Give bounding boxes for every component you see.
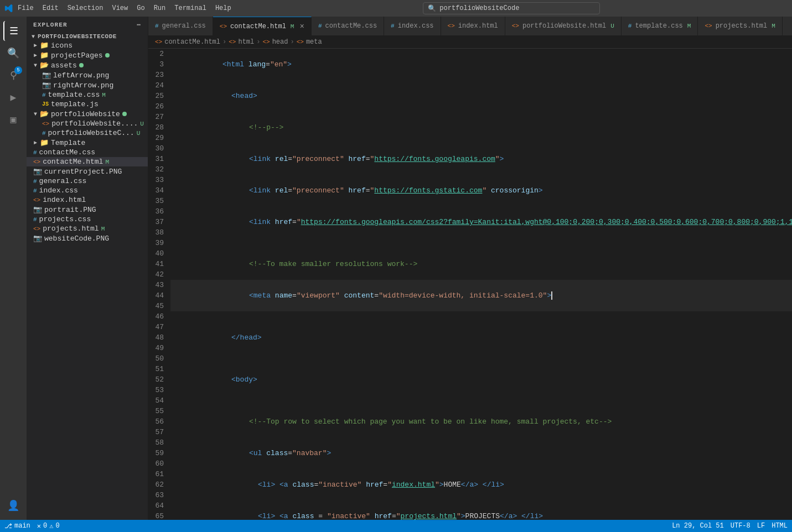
html-icon: <> — [42, 121, 49, 127]
code-line: <link rel="preconnect" href="https://fon… — [170, 143, 792, 175]
code-content[interactable]: <html lang="en"> <head> <!--p--> <link r… — [170, 49, 792, 520]
root-arrow: ▼ — [29, 34, 38, 40]
menu-edit[interactable]: Edit — [43, 4, 59, 12]
menu-file[interactable]: File — [18, 4, 34, 12]
folder-icon: 📁 — [40, 41, 49, 50]
file-pw-html[interactable]: <> portfolioWebsite.... U — [27, 119, 148, 128]
folder-template[interactable]: ► 📁 Template — [27, 138, 148, 148]
file-template-css[interactable]: # template.css M — [27, 90, 148, 100]
css-icon: # — [33, 187, 37, 194]
status-branch[interactable]: ⎇ main — [4, 522, 30, 530]
folder-label: icons — [51, 41, 73, 50]
encoding-label: UTF-8 — [731, 522, 750, 530]
file-rightarrow[interactable]: 📷 rightArrow.png — [27, 80, 148, 90]
activity-run[interactable]: ▶ — [3, 87, 23, 107]
vscode-logo — [4, 4, 13, 13]
file-pw-css[interactable]: # portfolioWebsiteC... U — [27, 128, 148, 138]
activity-source-control[interactable]: ⚲ 5 — [3, 65, 23, 85]
code-line-cursor: <meta name="viewport" content="width=dev… — [170, 280, 792, 311]
line-ending-label: LF — [757, 522, 765, 530]
file-leftarrow[interactable]: 📷 leftArrow.png — [27, 70, 148, 80]
new-file-icon[interactable]: ⋯ — [137, 21, 141, 28]
projectpages-badge — [105, 53, 110, 58]
folder-projectpages[interactable]: ► 📁 projectPages — [27, 50, 148, 60]
css-icon: # — [42, 130, 46, 137]
tab-template-css[interactable]: # template.css M — [622, 17, 698, 35]
source-control-badge: 5 — [14, 66, 22, 74]
file-portrait[interactable]: 📷 portrait.PNG — [27, 205, 148, 215]
folder-assets[interactable]: ▼ 📂 assets — [27, 60, 148, 70]
error-icon: ✕ — [37, 522, 41, 530]
file-projects-html[interactable]: <> projects.html M — [27, 224, 148, 233]
titlebar-menu[interactable]: File Edit Selection View Go Run Terminal… — [18, 4, 231, 12]
sidebar-header-icons[interactable]: ⋯ — [137, 21, 141, 28]
tab-portfoliowebsite-html[interactable]: <> portfolioWebsite.html U — [505, 17, 622, 35]
activity-search[interactable]: 🔍 — [3, 43, 23, 63]
template-arrow: ► — [31, 140, 40, 146]
sidebar-header: EXPLORER ⋯ — [27, 17, 148, 33]
status-language[interactable]: HTML — [772, 522, 788, 530]
tab-index-html[interactable]: <> index.html — [441, 17, 505, 35]
folder-portfoliowebsite[interactable]: ▼ 📂 portfolioWebsite — [27, 109, 148, 119]
tab-icon: <> — [705, 23, 712, 29]
file-label: contactMe.css — [39, 148, 95, 157]
file-label: portfolioWebsiteC... — [48, 129, 134, 137]
avatar-icon: 👤 — [7, 499, 19, 512]
breadcrumb: <> contactMe.html › <> html › <> head › … — [148, 36, 792, 49]
file-index-css[interactable]: # index.css — [27, 186, 148, 195]
tab-contactme-html[interactable]: <> contactMe.html M × — [213, 17, 312, 35]
tab-general-css[interactable]: # general.css — [148, 17, 213, 35]
menu-run[interactable]: Run — [154, 4, 166, 12]
folder-icons[interactable]: ► 📁 icons — [27, 40, 148, 50]
code-line: <!--p--> — [170, 112, 792, 143]
activity-extensions[interactable]: ▣ — [3, 109, 23, 129]
code-line — [170, 353, 792, 364]
file-general-css[interactable]: # general.css — [27, 176, 148, 186]
tab-close-icon[interactable]: × — [299, 22, 304, 31]
code-editor[interactable]: 2 3 23 24 25 26 27 28 29 30 31 32 33 34 … — [148, 49, 792, 520]
folder-label: projectPages — [51, 51, 103, 60]
status-line-ending[interactable]: LF — [757, 522, 765, 530]
code-line: <body> — [170, 364, 792, 395]
breadcrumb-head[interactable]: head — [272, 38, 288, 46]
tab-badge: M — [687, 23, 691, 29]
menu-view[interactable]: View — [112, 4, 128, 12]
tab-index-css[interactable]: # index.css — [384, 17, 441, 35]
breadcrumb-file[interactable]: contactMe.html — [164, 38, 220, 46]
titlebar: File Edit Selection View Go Run Terminal… — [0, 0, 792, 17]
file-label: portrait.PNG — [44, 206, 96, 214]
activity-explorer[interactable]: ☰ — [3, 21, 23, 41]
image-icon: 📷 — [33, 234, 42, 243]
tab-contactme-css[interactable]: # contactMe.css — [312, 17, 384, 35]
file-label: portfolioWebsite.... — [51, 119, 138, 128]
file-projects-css[interactable]: # projects.css — [27, 215, 148, 224]
project-root[interactable]: ▼ PORTFOLIOWEBSITECODE — [27, 33, 148, 40]
search-box[interactable]: 🔍 portfolioWebsiteCode — [423, 2, 600, 14]
menu-help[interactable]: Help — [215, 4, 231, 12]
file-label: projects.html — [43, 225, 99, 233]
status-encoding[interactable]: UTF-8 — [731, 522, 750, 530]
image-icon: 📷 — [33, 167, 42, 176]
menu-terminal[interactable]: Terminal — [174, 4, 206, 12]
file-label: contactMe.html — [43, 158, 103, 166]
breadcrumb-html-icon: <> — [155, 39, 162, 45]
status-errors[interactable]: ✕ 0 ⚠ 0 — [37, 522, 60, 530]
file-template-js[interactable]: JS template.js — [27, 100, 148, 109]
breadcrumb-html-icon3: <> — [262, 39, 270, 45]
file-websitecode[interactable]: 📷 websiteCode.PNG — [27, 233, 148, 243]
menu-go[interactable]: Go — [137, 4, 144, 12]
breadcrumb-html[interactable]: html — [238, 38, 254, 46]
breadcrumb-meta[interactable]: meta — [306, 38, 322, 46]
branch-name: main — [14, 522, 30, 530]
file-currentproject[interactable]: 📷 currentProject.PNG — [27, 166, 148, 176]
file-contactme-css[interactable]: # contactMe.css — [27, 148, 148, 157]
code-line: <html lang="en"> — [170, 49, 792, 80]
file-contactme-html[interactable]: <> contactMe.html M — [27, 157, 148, 166]
tab-projects-html[interactable]: <> projects.html M — [698, 17, 782, 35]
status-cursor[interactable]: Ln 29, Col 51 — [672, 522, 724, 530]
activity-avatar[interactable]: 👤 — [3, 496, 23, 515]
editor-area: # general.css <> contactMe.html M × # co… — [148, 17, 792, 520]
file-index-html[interactable]: <> index.html — [27, 195, 148, 205]
js-icon: JS — [42, 101, 49, 107]
menu-selection[interactable]: Selection — [68, 4, 103, 12]
